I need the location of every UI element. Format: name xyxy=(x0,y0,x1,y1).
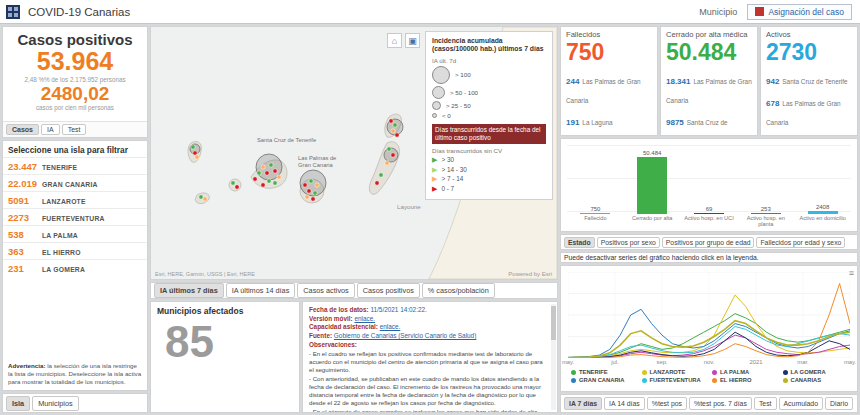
tab-casos[interactable]: Casos xyxy=(6,124,39,135)
chart-tab-positivos-por-sexo[interactable]: Positivos por sexo xyxy=(597,237,660,248)
legend-item-fuerteventura[interactable]: FUERTEVENTURA xyxy=(642,377,711,383)
bar[interactable] xyxy=(637,157,667,214)
bar-value-label: 69 xyxy=(706,206,713,212)
positive-cases-percent: 2,48 %% de los 2.175.952 personas xyxy=(3,76,147,83)
days-legend-label: > 30 xyxy=(441,156,454,163)
island-filter-item[interactable]: 538LA PALMA xyxy=(3,225,147,242)
series-tab-diario[interactable]: Diario xyxy=(825,397,853,410)
island-filter-item[interactable]: 23.447TENERIFE xyxy=(3,157,147,174)
series-tab-%test-pos-7-días[interactable]: %test pos. 7 días xyxy=(689,397,752,410)
legend-label: LA PALMA xyxy=(720,369,749,375)
breakdown-value: 9875 xyxy=(666,118,684,127)
bar-value-label: 50.484 xyxy=(643,150,661,156)
bar-category-label: Activo en domicilio xyxy=(799,215,845,228)
bar-category-label: Activo hosp. en planta xyxy=(739,215,793,228)
island-list: 23.447TENERIFE22.019GRAN CANARIA5091LANZ… xyxy=(3,157,147,276)
estado-chart-tabs: EstadoPositivos por sexoPositivos por gr… xyxy=(560,234,858,250)
info-line-value[interactable]: Gobierno de Canarias (Servicio Canario d… xyxy=(334,332,476,339)
map-tab-ia-últimos-14-días[interactable]: IA últimos 14 días xyxy=(226,283,296,298)
island-cases-value: 363 xyxy=(8,246,38,257)
series-tab-ia-7-días[interactable]: IA 7 días xyxy=(564,397,602,410)
bar[interactable] xyxy=(808,211,838,214)
bar[interactable] xyxy=(580,213,610,215)
map-tab-%-casos-población[interactable]: % casos/población xyxy=(422,283,495,298)
bar-activo-en-domicilio: 2408Activo en domicilio xyxy=(796,144,850,228)
legend-item-gran-canaria[interactable]: GRAN CANARIA xyxy=(571,377,640,383)
island-cases-value: 5091 xyxy=(8,195,38,206)
info-scrollbar[interactable] xyxy=(551,304,556,410)
chart-tab-positivos-por-grupo-de-edad[interactable]: Positivos por grupo de edad xyxy=(662,237,755,248)
map-panel: Santa Cruz de Tenerife Las Palmas de Gra… xyxy=(150,26,558,280)
breakdown-value: 942 xyxy=(766,77,779,86)
legend-label: LA GOMERA xyxy=(791,369,826,375)
ia-legend-row: > 50 - 100 xyxy=(432,86,546,99)
info-line-value[interactable]: enlace. xyxy=(380,323,401,330)
tab-ia[interactable]: IA xyxy=(41,124,60,135)
series-tab-acumulado[interactable]: Acumulado xyxy=(779,397,823,410)
map-tab-casos-positivos[interactable]: Casos positivos xyxy=(357,283,420,298)
bar[interactable] xyxy=(751,213,781,215)
x-axis-label: mar. xyxy=(797,359,808,365)
island-filter-item[interactable]: 2273FUERTEVENTURA xyxy=(3,208,147,225)
legend-dot xyxy=(571,378,576,383)
assign-case-button[interactable]: Asignación del caso xyxy=(747,4,852,20)
island-filter-item[interactable]: 231LA GOMERA xyxy=(3,259,147,276)
bar-chart-plot: 750Fallecido50.484Cerrado por alta69Acti… xyxy=(567,144,851,228)
series-tab-ia-14-días[interactable]: IA 14 días xyxy=(604,397,645,410)
legend-item-canarias[interactable]: CANARIAS xyxy=(783,377,852,383)
map-tab-casos-activos[interactable]: Casos activos xyxy=(297,283,354,298)
legend-icon: ▣ xyxy=(408,36,417,46)
breakdown-value: 191 xyxy=(566,118,579,127)
island-name: TENERIFE xyxy=(42,164,77,171)
scrollbar-thumb[interactable] xyxy=(551,306,556,340)
island-filter-item[interactable]: 363EL HIERRO xyxy=(3,242,147,259)
map-tab-ia-últimos-7-días[interactable]: IA últimos 7 días xyxy=(154,283,224,298)
map-metric-tabs: IA últimos 7 díasIA últimos 14 díasCasos… xyxy=(150,282,558,299)
legend-item-la-gomera[interactable]: LA GOMERA xyxy=(783,369,852,375)
stat-card-title: Fallecidos xyxy=(566,30,652,39)
tab-municipios[interactable]: Municipios xyxy=(32,396,78,411)
days-legend-label: > 14 - 30 xyxy=(441,166,466,173)
legend-item-el-hierro[interactable]: EL HIERRO xyxy=(712,377,781,383)
legend-item-lanzarote[interactable]: LANZAROTE xyxy=(642,369,711,375)
legend-toggle-button[interactable]: ▣ xyxy=(405,33,420,48)
days-legend-row: ▶0 - 7 xyxy=(432,185,546,192)
bar[interactable] xyxy=(694,213,724,215)
island-filter-item[interactable]: 22.019GRAN CANARIA xyxy=(3,174,147,191)
stat-card-title: Cerrado por alta médica xyxy=(666,30,752,39)
cases-rate: 2480,02 xyxy=(3,83,147,105)
legend-label: TENERIFE xyxy=(579,369,608,375)
ia-legend-row: > 100 xyxy=(432,66,546,84)
series-tab-%test-pos[interactable]: %test pos xyxy=(647,397,687,410)
legend-label: FUERTEVENTURA xyxy=(650,377,701,383)
legend-item-tenerife[interactable]: TENERIFE xyxy=(571,369,640,375)
island-filter-item[interactable]: 5091LANZAROTE xyxy=(3,191,147,208)
chart-tab-estado[interactable]: Estado xyxy=(564,237,595,248)
island-filter-warning: Advertencia: la selección de una isla re… xyxy=(3,359,147,390)
line-chart-plot xyxy=(568,272,850,358)
status-cards-row: Fallecidos750244Las Palmas de Gran Canar… xyxy=(560,26,858,136)
bar-value-label: 253 xyxy=(761,206,771,212)
info-line-value[interactable]: enlace. xyxy=(354,315,375,322)
ia-legend-classes: > 100> 50 - 100> 25 - 50< 0 xyxy=(432,66,546,119)
powered-by-esri: Powered by Esri xyxy=(508,271,552,277)
chart-tab-fallecidos-por-edad-y-sexo[interactable]: Fallecidos por edad y sexo xyxy=(756,237,845,248)
bar-activo-hosp-en-uci: 69Activo hosp. en UCI xyxy=(682,144,736,228)
series-tab-test[interactable]: Test xyxy=(754,397,777,410)
info-line-label: Observaciones: xyxy=(309,341,357,348)
map-attribution: Esri, HERE, Garmin, USGS | Esri, HERE xyxy=(155,271,255,277)
home-extent-button[interactable]: ⌂ xyxy=(387,33,402,48)
map-legend: Incidencia acumulada (casos/100000 hab.)… xyxy=(425,31,553,200)
municipio-label: Municipio xyxy=(699,7,737,17)
tab-isla[interactable]: Isla xyxy=(6,396,30,411)
stat-card-breakdown-row: 18.341Las Palmas de Gran Canaria xyxy=(666,69,752,107)
legend-item-la-palma[interactable]: LA PALMA xyxy=(712,369,781,375)
x-axis-labels: may.jul.sep.nov.2021mar.may. xyxy=(568,359,850,367)
app-title: COVID-19 Canarias xyxy=(28,6,130,18)
estado-bar-chart: 750Fallecido50.484Cerrado por alta69Acti… xyxy=(560,138,858,232)
breakdown-value: 18.341 xyxy=(666,77,690,86)
tab-test[interactable]: Test xyxy=(62,124,87,135)
island-la-gomera[interactable] xyxy=(229,179,241,191)
island-name: LA PALMA xyxy=(42,232,78,239)
info-line-label: Versión móvil: xyxy=(309,315,354,322)
